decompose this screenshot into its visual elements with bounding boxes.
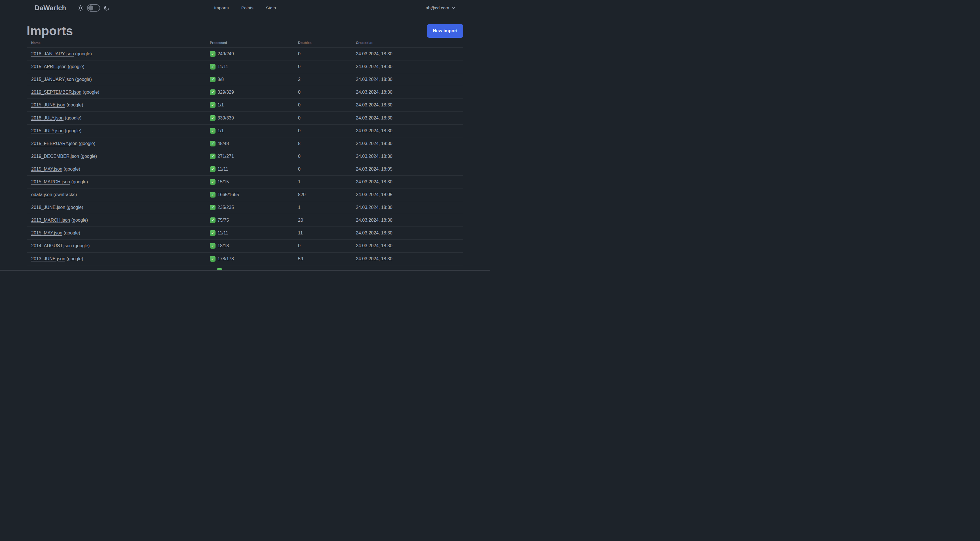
name-cell: 2013_JUNE.json (google): [31, 256, 210, 262]
table-row: 2019_DECEMBER.json (google) ✓ 271/271 0 …: [27, 150, 463, 163]
processed-cell: ✓ 339/339: [210, 115, 298, 121]
doubles-cell: 1: [298, 179, 356, 185]
check-mark-icon: ✓: [210, 192, 215, 198]
processed-count: 11/11: [218, 64, 228, 69]
check-mark-icon: ✓: [210, 102, 215, 108]
page-header: Imports New import: [27, 24, 463, 38]
import-source: (google): [64, 128, 81, 133]
processed-cell: ✓ 8/8: [210, 77, 298, 82]
processed-cell: ✓ 1/1: [210, 128, 298, 134]
doubles-cell: 0: [298, 102, 356, 108]
user-menu[interactable]: ab@cd.com: [426, 5, 455, 11]
processed-count: 15/15: [218, 179, 229, 185]
processed-cell: ✓ 11/11: [210, 64, 298, 70]
table-body: 2018_JANUARY.json (google) ✓ 249/249 0 2…: [27, 48, 463, 265]
import-file-link[interactable]: 2018_JULY.json: [31, 115, 64, 120]
import-file-link[interactable]: 2015_MAY.json: [31, 167, 62, 171]
processed-count: 1/1: [218, 128, 224, 133]
nav-points[interactable]: Points: [241, 4, 254, 12]
check-mark-icon: ✓: [210, 128, 215, 134]
import-file-link[interactable]: 2015_MAY.json: [31, 230, 62, 235]
import-file-link[interactable]: 2019_SEPTEMBER.json: [31, 90, 81, 94]
created-at-cell: 24.03.2024, 18:30: [356, 179, 459, 185]
doubles-cell: 59: [298, 256, 356, 262]
import-file-link[interactable]: 2015_JULY.json: [31, 128, 64, 133]
column-header-doubles: Doubles: [298, 41, 356, 48]
doubles-cell: 0: [298, 90, 356, 95]
processed-count: 235/235: [218, 205, 234, 210]
created-at-cell: 24.03.2024, 18:30: [356, 243, 459, 248]
processed-cell: ✓ 75/75: [210, 217, 298, 223]
created-at-cell: 24.03.2024, 18:30: [356, 154, 459, 159]
name-cell: 2015_MAY.json (google): [31, 230, 210, 236]
import-source: (google): [62, 230, 80, 235]
import-source: (google): [64, 115, 81, 120]
table-row: 2013_JUNE.json (google) ✓ 178/178 59 24.…: [27, 253, 463, 265]
table-row: 2018_JULY.json (google) ✓ 339/339 0 24.0…: [27, 112, 463, 124]
name-cell: 2018_JUNE.json (google): [31, 205, 210, 210]
column-header-name: Name: [31, 41, 210, 48]
doubles-cell: 0: [298, 115, 356, 121]
processed-count: 48/48: [218, 141, 229, 146]
check-mark-icon: ✓: [210, 153, 215, 159]
processed-cell: ✓ 235/235: [210, 205, 298, 210]
check-mark-icon: ✓: [210, 115, 215, 121]
processed-count: 18/18: [218, 243, 229, 248]
name-cell: 2015_APRIL.json (google): [31, 64, 210, 69]
created-at-cell: 24.03.2024, 18:30: [356, 115, 459, 121]
top-navbar: DaWarIch Imports Points Stats ab@cd.com: [0, 0, 490, 16]
name-cell: odata.json (owntracks): [31, 192, 210, 197]
import-source: (google): [62, 167, 80, 171]
import-file-link[interactable]: 2015_JUNE.json: [31, 102, 65, 107]
check-mark-icon: ✓: [210, 51, 215, 57]
import-file-link[interactable]: 2013_JUNE.json: [31, 256, 65, 261]
doubles-cell: 820: [298, 192, 356, 197]
name-cell: 2013_MARCH.json (google): [31, 218, 210, 223]
import-file-link[interactable]: 2018_JANUARY.json: [31, 51, 74, 56]
created-at-cell: 24.03.2024, 18:30: [356, 77, 459, 82]
check-mark-icon: ✓: [210, 256, 215, 262]
check-mark-icon: ✓: [210, 77, 215, 82]
import-file-link[interactable]: 2015_APRIL.json: [31, 64, 67, 69]
imports-table: Name Processed Doubles Created at 2018_J…: [27, 38, 463, 265]
processed-count: 1/1: [218, 102, 224, 108]
doubles-cell: 0: [298, 128, 356, 133]
check-mark-icon: ✓: [210, 179, 215, 185]
horizontal-scrollbar[interactable]: [0, 270, 490, 270]
import-source: (google): [74, 51, 92, 56]
nav-stats[interactable]: Stats: [266, 4, 277, 12]
processed-cell: ✓ 271/271: [210, 153, 298, 159]
doubles-cell: 20: [298, 218, 356, 223]
import-file-link[interactable]: 2015_JANUARY.json: [31, 77, 74, 82]
processed-cell: ✓ 1/1: [210, 102, 298, 108]
nav-imports[interactable]: Imports: [213, 4, 229, 12]
import-file-link[interactable]: 2014_AUGUST.json: [31, 243, 72, 248]
new-import-button[interactable]: New import: [427, 24, 463, 38]
processed-cell: ✓ 178/178: [210, 256, 298, 262]
import-source: (google): [65, 102, 83, 107]
created-at-cell: 24.03.2024, 18:05: [356, 167, 459, 172]
imports-page: Imports New import Name Processed Double…: [0, 24, 490, 265]
import-source: (google): [77, 141, 95, 146]
import-file-link[interactable]: 2018_JUNE.json: [31, 205, 65, 210]
import-file-link[interactable]: 2015_MARCH.json: [31, 179, 70, 184]
import-file-link[interactable]: 2013_MARCH.json: [31, 218, 70, 223]
name-cell: 2014_AUGUST.json (google): [31, 243, 210, 248]
theme-toggle[interactable]: [87, 4, 100, 12]
import-file-link[interactable]: 2015_FEBRUARY.json: [31, 141, 77, 146]
processed-count: 1665/1665: [218, 192, 239, 197]
moon-icon: [103, 5, 110, 11]
created-at-cell: 24.03.2024, 18:30: [356, 64, 459, 69]
import-file-link[interactable]: odata.json: [31, 192, 52, 197]
processed-cell: ✓ 1665/1665: [210, 192, 298, 198]
table-row: 2014_AUGUST.json (google) ✓ 18/18 0 24.0…: [27, 239, 463, 252]
created-at-cell: 24.03.2024, 18:05: [356, 192, 459, 197]
doubles-cell: 8: [298, 141, 356, 146]
import-file-link[interactable]: 2019_DECEMBER.json: [31, 154, 79, 159]
app-logo[interactable]: DaWarIch: [35, 4, 66, 12]
check-mark-icon: ✓: [210, 205, 215, 210]
table-row: 2015_JANUARY.json (google) ✓ 8/8 2 24.03…: [27, 73, 463, 86]
created-at-cell: 24.03.2024, 18:30: [356, 205, 459, 210]
import-source: (google): [74, 77, 92, 82]
import-source: (google): [72, 243, 90, 248]
